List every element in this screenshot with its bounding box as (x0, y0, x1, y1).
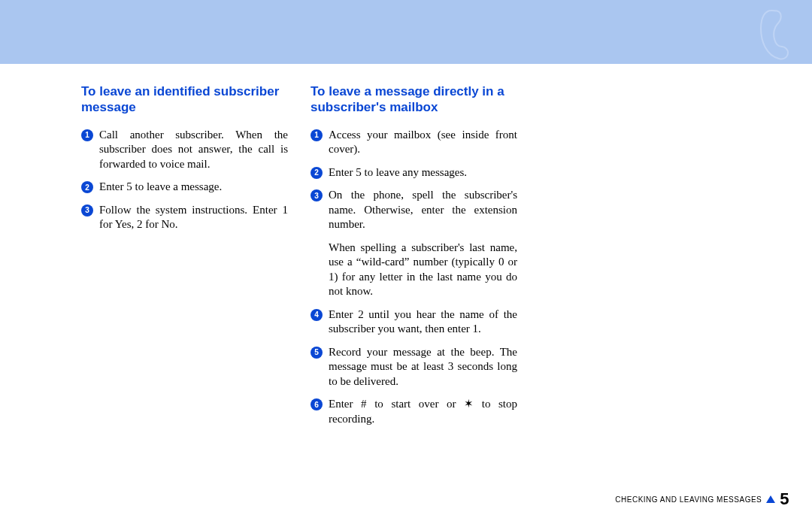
bullet-1: 1 (311, 129, 323, 141)
step-text: Enter 2 until you hear the name of the s… (329, 307, 517, 337)
bullet-3: 3 (311, 189, 323, 201)
content-columns: To leave an identified subscriber messag… (0, 64, 812, 435)
right-heading: To leave a message directly in a subscri… (311, 83, 517, 116)
step: 4Enter 2 until you hear the name of the … (311, 307, 517, 337)
phone-handset-icon (756, 8, 792, 62)
step: 1Access your mailbox (see inside front c… (311, 128, 517, 157)
bullet-3: 3 (81, 204, 93, 217)
step: 3On the phone, spell the subscriber's na… (311, 188, 517, 232)
bullet-2: 2 (311, 167, 323, 179)
step: 2Enter 5 to leave a message. (81, 180, 288, 195)
bullet-6: 6 (311, 398, 323, 410)
footer-section: CHECKING AND LEAVING MESSAGES (615, 495, 762, 504)
step-text: Enter 5 to leave any messages. (329, 165, 517, 180)
banner (0, 0, 812, 64)
bullet-2: 2 (81, 181, 93, 193)
triangle-icon (766, 495, 775, 503)
step-text: Call another subscriber. When the subscr… (99, 128, 288, 172)
right-column: To leave a message directly in a subscri… (311, 83, 517, 435)
step: 5Record your message at the beep. The me… (311, 345, 517, 389)
step: 2Enter 5 to leave any messages. (311, 165, 517, 180)
step-text: Record your message at the beep. The mes… (329, 345, 517, 389)
bullet-5: 5 (311, 347, 323, 359)
bullet-4: 4 (311, 309, 323, 321)
page-number: 5 (780, 489, 789, 509)
bullet-1: 1 (81, 129, 93, 141)
step-text: Follow the system instructions. Enter 1 … (99, 203, 288, 232)
step: 1Call another subscriber. When the subsc… (81, 128, 288, 172)
step-text: Enter 5 to leave a message. (99, 180, 288, 195)
left-heading: To leave an identified subscriber messag… (81, 83, 288, 116)
left-column: To leave an identified subscriber messag… (81, 83, 288, 435)
step-text: Enter # to start over or ✶ to stop recor… (329, 397, 517, 426)
step: 6Enter # to start over or ✶ to stop reco… (311, 397, 517, 426)
step: 3Follow the system instructions. Enter 1… (81, 203, 288, 232)
page-footer: CHECKING AND LEAVING MESSAGES 5 (615, 489, 789, 509)
step-text: Access your mailbox (see inside front co… (329, 128, 517, 157)
wildcard-note: When spelling a subscriber's last name, … (329, 241, 517, 299)
step-text: On the phone, spell the subscriber's nam… (329, 188, 517, 232)
